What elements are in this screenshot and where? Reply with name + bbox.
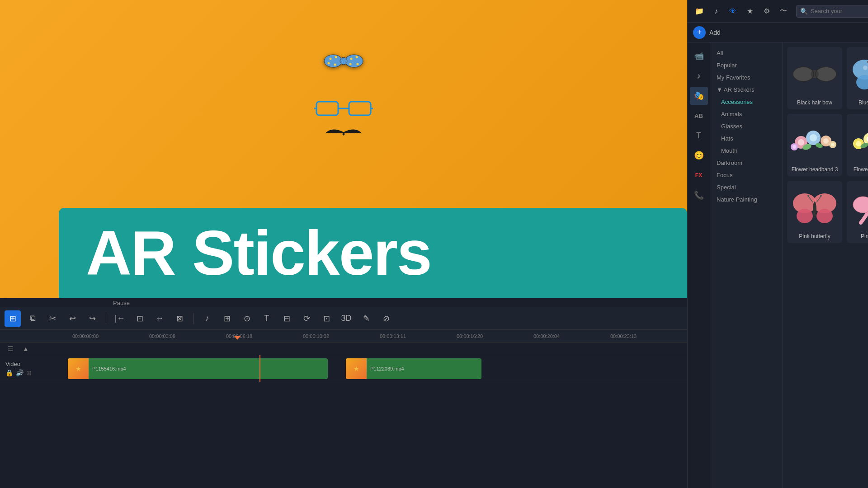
track-icons: 🔒 🔊 ⊞ bbox=[5, 369, 62, 376]
ar-sticker-btn[interactable]: 👁 bbox=[726, 4, 740, 19]
timeline-view-btn[interactable]: ⊞ bbox=[5, 310, 21, 327]
svg-point-64 bbox=[820, 195, 822, 197]
marker-4: 00:00:13:11 bbox=[380, 333, 457, 339]
ar-mustache-overlay bbox=[321, 124, 366, 144]
sticker-blue-butterfly[interactable]: Blue butterfly bbox=[847, 47, 868, 109]
media-btn[interactable]: 📁 bbox=[692, 4, 706, 19]
cat-darkroom[interactable]: Darkroom bbox=[710, 157, 782, 169]
marker-7: 00:00:23:13 bbox=[610, 333, 687, 339]
playhead-head bbox=[257, 355, 263, 356]
sticker-flower-headband-3[interactable]: Flower headband 3 bbox=[787, 114, 842, 176]
fit-btn[interactable]: ⊡ bbox=[132, 310, 148, 327]
text-btn[interactable]: T bbox=[259, 310, 275, 327]
svg-point-59 bbox=[816, 209, 833, 223]
search-bar[interactable]: 🔍 bbox=[796, 5, 868, 18]
cat-nature[interactable]: Nature Painting bbox=[710, 193, 782, 206]
divider-2 bbox=[193, 313, 193, 324]
audio-panel-btn[interactable]: ♪ bbox=[709, 4, 723, 19]
svg-point-45 bbox=[856, 141, 861, 146]
svg-point-30 bbox=[863, 66, 868, 70]
split-btn[interactable]: ⊠ bbox=[171, 310, 188, 327]
sticker-pink-butterfly[interactable]: Pink butterfly bbox=[787, 181, 842, 243]
cat-favorites[interactable]: My Favorites bbox=[710, 71, 782, 84]
crop-btn[interactable]: ⊡ bbox=[318, 310, 335, 327]
cat-mouth[interactable]: Mouth bbox=[710, 145, 782, 157]
svg-point-1 bbox=[345, 55, 363, 67]
grid-icon[interactable]: ⊞ bbox=[26, 369, 32, 376]
nav-phone-icon[interactable]: 📞 bbox=[690, 186, 708, 204]
redo-btn[interactable]: ↪ bbox=[84, 310, 100, 327]
nav-text-icon[interactable]: T bbox=[690, 127, 708, 145]
cat-special[interactable]: Special bbox=[710, 181, 782, 193]
svg-point-7 bbox=[350, 58, 353, 60]
cat-animals[interactable]: Animals bbox=[710, 108, 782, 120]
playhead[interactable] bbox=[259, 355, 260, 382]
edit-btn[interactable]: ✎ bbox=[358, 310, 374, 327]
grid-btn[interactable]: ⊞ bbox=[219, 310, 235, 327]
effect-btn[interactable]: ⊙ bbox=[239, 310, 255, 327]
track-menu-btn[interactable]: ☰ bbox=[5, 343, 16, 355]
sticker-thumb-flowers3 bbox=[790, 118, 840, 164]
sticker-label-pink-butterfly: Pink butterfly bbox=[799, 233, 830, 239]
sticker-thumb-pink-ribbon bbox=[849, 185, 868, 230]
cat-popular[interactable]: Popular bbox=[710, 59, 782, 71]
audio-btn[interactable]: ♪ bbox=[199, 310, 215, 327]
nav-fx-icon[interactable]: FX bbox=[690, 166, 708, 184]
nav-media-icon[interactable]: 📹 bbox=[690, 47, 708, 65]
sticker-thumb-bow bbox=[790, 52, 840, 97]
sticker-thumb-pink-butterfly bbox=[790, 185, 840, 230]
cat-glasses[interactable]: Glasses bbox=[710, 120, 782, 132]
sticker-label-flowers4: Flower headband bbox=[854, 166, 868, 173]
svg-point-43 bbox=[831, 143, 835, 146]
cat-ar-stickers[interactable]: ▼ AR Stickers bbox=[710, 84, 782, 96]
track-content-video[interactable]: ★ P1155416.mp4 ★ P1122039.mp4 bbox=[68, 355, 687, 382]
rotate-btn[interactable]: ⟳ bbox=[298, 310, 315, 327]
right-panel: 📁 ♪ 👁 ★ ⚙ 〜 🔍 + Add 📌 📹 ♪ bbox=[687, 0, 868, 488]
video-area: AR Stickers Pause ⊞ ⧉ ✂ ↩ ↪ |← ⊡ ↔ ⊠ ♪ ⊞… bbox=[0, 0, 687, 488]
clip-2[interactable]: ★ P1122039.mp4 bbox=[346, 358, 481, 379]
clip-btn[interactable]: ⧉ bbox=[24, 310, 41, 327]
star-icon: ★ bbox=[75, 365, 81, 372]
cat-hats[interactable]: Hats bbox=[710, 132, 782, 145]
nav-sticker-icon[interactable]: 🎭 bbox=[690, 87, 708, 105]
svg-rect-11 bbox=[316, 102, 338, 115]
svg-point-4 bbox=[335, 56, 337, 58]
track-up-btn[interactable]: ▲ bbox=[20, 343, 32, 355]
close-btn[interactable]: ⊘ bbox=[378, 310, 394, 327]
marker-6: 00:00:20:04 bbox=[533, 333, 610, 339]
ar-glasses-overlay bbox=[314, 99, 373, 122]
add-label: Add bbox=[709, 29, 721, 36]
nav-music-icon[interactable]: ♪ bbox=[690, 67, 708, 85]
sticker-pink-ribbon[interactable]: Pink ribbon bbox=[847, 181, 868, 243]
search-input[interactable] bbox=[811, 8, 868, 14]
begin-btn[interactable]: |← bbox=[112, 310, 128, 327]
settings-btn[interactable]: ⚙ bbox=[760, 4, 774, 19]
sticker-thumb-flowers4 bbox=[849, 118, 868, 164]
cat-accessories[interactable]: Accessories bbox=[710, 96, 782, 108]
toolbar: ⊞ ⧉ ✂ ↩ ↪ |← ⊡ ↔ ⊠ ♪ ⊞ ⊙ T ⊟ ⟳ ⊡ 3D ✎ ⊘ bbox=[0, 307, 687, 330]
cat-focus[interactable]: Focus bbox=[710, 169, 782, 181]
cut-btn[interactable]: ✂ bbox=[44, 310, 61, 327]
sticker-thumb-butterfly bbox=[849, 52, 868, 97]
trim-btn[interactable]: ↔ bbox=[151, 310, 168, 327]
clip-1[interactable]: ★ P1155416.mp4 bbox=[68, 358, 328, 379]
nav-face-icon[interactable]: 😊 bbox=[690, 146, 708, 164]
bookmark-btn[interactable]: ★ bbox=[743, 4, 757, 19]
sticker-label-bow: Black hair bow bbox=[797, 99, 832, 106]
volume-icon[interactable]: 🔊 bbox=[16, 369, 24, 376]
undo-btn[interactable]: ↩ bbox=[64, 310, 80, 327]
video-preview[interactable]: AR Stickers bbox=[0, 0, 687, 298]
svg-point-5 bbox=[328, 62, 330, 65]
panel-btn[interactable]: ⊟ bbox=[278, 310, 295, 327]
sticker-flower-headband-4[interactable]: Flower headband bbox=[847, 114, 868, 176]
cat-all[interactable]: All bbox=[710, 47, 782, 59]
nav-ab-icon[interactable]: AB bbox=[690, 107, 708, 125]
panel-topbar: 📁 ♪ 👁 ★ ⚙ 〜 🔍 bbox=[688, 0, 868, 23]
svg-point-65 bbox=[853, 197, 868, 213]
ar-banner: AR Stickers bbox=[59, 208, 687, 298]
sticker-black-hair-bow[interactable]: Black hair bow bbox=[787, 47, 842, 109]
3d-btn[interactable]: 3D bbox=[338, 310, 354, 327]
add-button[interactable]: + bbox=[693, 26, 706, 39]
lock-icon[interactable]: 🔒 bbox=[5, 369, 13, 376]
wave-btn[interactable]: 〜 bbox=[777, 4, 791, 19]
